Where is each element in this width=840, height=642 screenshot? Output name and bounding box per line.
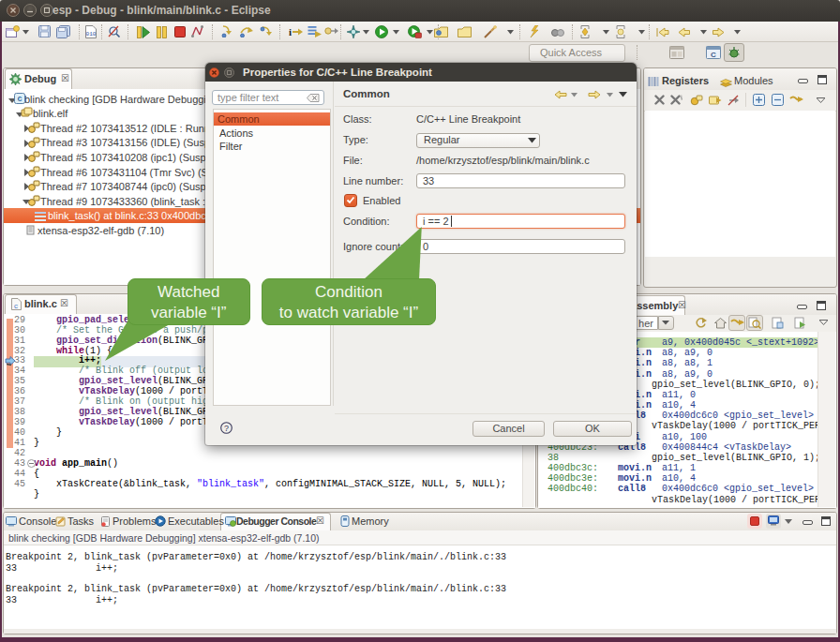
svg-text:?: ? (224, 424, 229, 433)
svg-text:C: C (711, 51, 716, 59)
svg-text:c: c (17, 94, 22, 103)
svg-text:i: i (289, 26, 292, 37)
svg-text:c: c (14, 302, 18, 310)
svg-text:010: 010 (86, 31, 97, 37)
